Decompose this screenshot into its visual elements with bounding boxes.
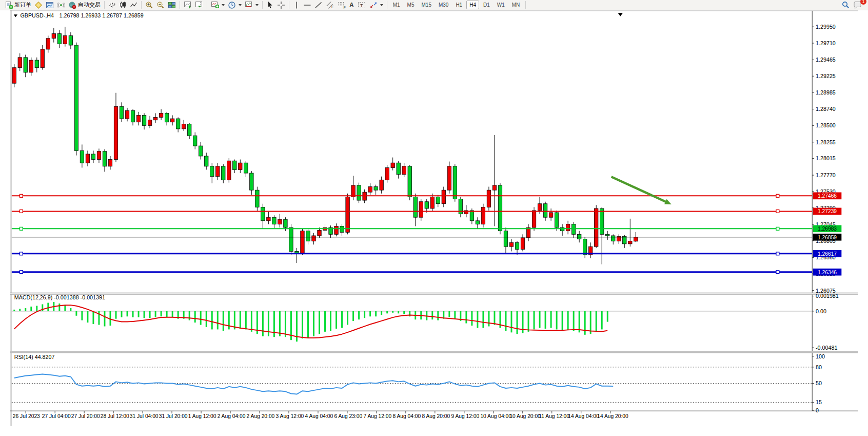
line-chart-button[interactable]: [128, 1, 139, 10]
macd-bar: [121, 311, 123, 317]
macd-bar: [347, 311, 348, 325]
macd-axis-label: -0.00481: [816, 345, 837, 351]
horizontal-line-button[interactable]: [302, 1, 313, 10]
timeframe-mn-button[interactable]: MN: [509, 1, 523, 9]
time-axis-label: 7 Aug 12:00: [364, 413, 392, 419]
macd-bar: [465, 311, 467, 324]
market-watch-button[interactable]: [44, 1, 55, 10]
arrows-button[interactable]: [368, 1, 385, 10]
candle: [278, 219, 282, 224]
macd-bar: [330, 311, 331, 331]
macd-bar: [534, 311, 535, 330]
line-handle[interactable]: [776, 210, 779, 213]
notifications-button[interactable]: 1: [852, 1, 864, 10]
label-button[interactable]: T: [356, 1, 368, 10]
line-handle[interactable]: [19, 271, 23, 274]
dropdown-caret-icon: [239, 4, 242, 6]
candle: [504, 231, 507, 247]
macd-bar: [324, 311, 326, 332]
macd-bar: [206, 311, 207, 327]
candle: [187, 124, 191, 136]
macd-bar: [488, 311, 489, 327]
zoom-in-button[interactable]: [144, 1, 155, 10]
rsi-axis-label: 100: [816, 353, 825, 359]
auto-scroll-button[interactable]: [182, 1, 193, 10]
candle: [476, 221, 479, 224]
time-axis-label: 27 Jul 04:00: [42, 413, 71, 419]
indicators-button[interactable]: [209, 1, 226, 10]
price-axis-label: 1.28015: [816, 155, 836, 161]
candle: [402, 166, 406, 175]
macd-bar: [352, 311, 354, 321]
candle: [492, 185, 496, 190]
periods-button[interactable]: [226, 1, 243, 10]
line-handle[interactable]: [776, 252, 779, 255]
candle: [470, 211, 474, 221]
timeframe-m15-button[interactable]: M15: [418, 1, 434, 9]
channel-button[interactable]: E: [324, 1, 336, 10]
timeframe-w1-button[interactable]: W1: [494, 1, 508, 9]
macd-bar: [539, 311, 541, 328]
chart-canvas[interactable]: GBPUSD-,H4 1.26798 1.26933 1.26787 1.268…: [0, 10, 868, 436]
vertical-line-button[interactable]: [291, 1, 302, 10]
templates-button[interactable]: [243, 1, 260, 10]
price-badge-label: 1.27466: [818, 193, 837, 199]
autotrading-button[interactable]: 自动交易: [67, 1, 102, 10]
candle: [447, 166, 451, 190]
macd-bar: [200, 311, 202, 325]
time-axis-label: 10 Aug 04:00: [480, 413, 511, 419]
rsi-line: [14, 374, 614, 394]
candle: [391, 163, 394, 167]
text-button[interactable]: A: [348, 1, 356, 10]
candle: [487, 190, 490, 207]
dropdown-caret-icon: [255, 4, 259, 6]
line-handle[interactable]: [19, 194, 23, 197]
candle: [318, 230, 321, 236]
bar-chart-button[interactable]: [107, 1, 117, 10]
fibonacci-button[interactable]: F: [336, 1, 348, 10]
candle: [453, 166, 457, 199]
line-handle[interactable]: [19, 227, 23, 230]
candle: [114, 106, 117, 159]
macd-bar: [19, 309, 21, 311]
crosshair-button[interactable]: [275, 1, 287, 10]
time-axis-label: 14 Aug 20:00: [597, 413, 628, 419]
time-axis-label: 8 Aug 20:00: [422, 413, 450, 419]
candle: [86, 154, 89, 163]
line-handle[interactable]: [776, 227, 779, 230]
trendline-button[interactable]: [313, 1, 324, 10]
candlestick-chart-button[interactable]: [117, 1, 128, 10]
timeframe-h4-button[interactable]: H4: [466, 1, 479, 9]
time-axis-label: 31 Jul 20:00: [159, 413, 188, 419]
macd-bar: [431, 311, 433, 319]
line-handle[interactable]: [776, 271, 779, 274]
line-handle[interactable]: [19, 210, 23, 213]
zoom-out-button[interactable]: [155, 1, 166, 10]
line-handle[interactable]: [19, 252, 23, 255]
cursor-button[interactable]: [265, 1, 275, 10]
chart-shift-button[interactable]: [193, 1, 205, 10]
time-axis-label: 11 Aug 12:00: [539, 413, 569, 419]
line-handle[interactable]: [776, 194, 779, 197]
candle: [628, 241, 632, 244]
search-button[interactable]: [840, 1, 852, 10]
candle: [351, 185, 355, 197]
chart-plot-area[interactable]: [12, 11, 812, 293]
signals-button[interactable]: [55, 1, 67, 10]
profiles-button[interactable]: [33, 1, 44, 10]
tile-windows-button[interactable]: [166, 1, 177, 10]
macd-bar: [584, 311, 586, 335]
macd-bar: [302, 311, 303, 338]
market-watch-icon: [46, 1, 54, 9]
new-order-button[interactable]: 新订单: [3, 1, 33, 10]
time-axis-label: 14 Aug 04:00: [568, 413, 599, 419]
timeframe-m1-button[interactable]: M1: [390, 1, 403, 9]
timeframe-d1-button[interactable]: D1: [480, 1, 493, 9]
candle: [571, 224, 575, 234]
timeframe-h1-button[interactable]: H1: [452, 1, 465, 9]
timeframe-m5-button[interactable]: M5: [404, 1, 418, 9]
macd-bar: [47, 303, 49, 311]
macd-bar: [144, 311, 145, 318]
timeframe-m30-button[interactable]: M30: [436, 1, 451, 9]
time-axis-label: 3 Aug 12:00: [276, 413, 304, 419]
